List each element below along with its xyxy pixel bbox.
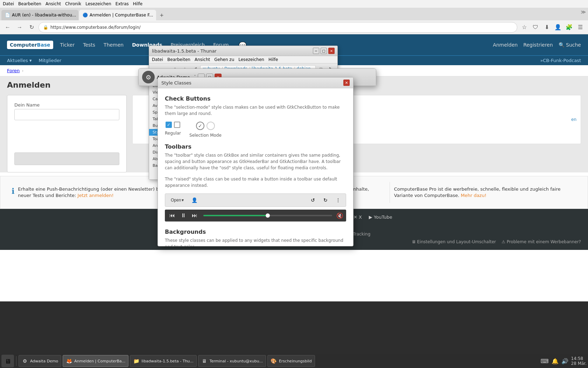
nav-ticker[interactable]: Ticker [60,42,75,48]
download-icon[interactable]: ⬇ [542,22,552,32]
notif-col-3: ComputerBase Pro ist die werbefreie, sch… [390,182,581,203]
menu-lesezeichen[interactable]: Lesezeichen [85,1,111,6]
form-name-label: Dein Name [14,102,119,108]
menu-chronik[interactable]: Chronik [65,1,81,6]
menu-icon[interactable]: ☰ [575,22,585,32]
style-dialog-close-button[interactable]: ✕ [343,80,350,86]
address-bar[interactable]: 🔒 https://www.computerbase.de/forum/logi… [38,22,517,33]
sec-mitglieder[interactable]: Mitglieder [38,58,61,63]
taskbar-firefox[interactable]: 🦊 Anmelden | ComputerBa... [63,355,128,367]
thunar-menu-bearbeiten[interactable]: Bearbeiten [167,57,190,62]
forward-button[interactable]: → [15,22,24,32]
new-tab-button[interactable]: + [157,11,167,20]
logo-base: Base [37,42,50,48]
footer-x[interactable]: ✕ X [354,214,362,220]
notif-text-3: ComputerBase Pro ist die werbefreie, sch… [394,186,576,199]
taskbar-thunar-icon: 📁 [133,358,139,364]
notif-link-1[interactable]: Jetzt anmelden! [78,193,114,198]
cb-nav-right: Anmelden Registrieren 🔍 Suche [493,42,581,48]
taskbar-thunar[interactable]: 📁 libadwaita-1.5.beta - Thu... [130,355,197,367]
shield-icon[interactable]: 🛡 [531,22,540,32]
thunar-titlebar: libadwaita-1.5.beta - Thunar − □ ✕ [149,46,337,56]
toolbars-desc-1: The "toolbar" style class on GtkBox and … [165,152,346,171]
taskbar-terminal[interactable]: 🖥 Terminal - xubuntu@xubu... [198,355,266,367]
tab-aur[interactable]: 📄 AUR (en) - libadwaita-withou... ✕ [1,10,78,20]
toolbar-user-icon-btn[interactable]: 👤 [189,195,199,205]
media-volume-icon[interactable]: 🔇 [336,212,343,219]
breadcrumb-foren[interactable]: Foren [7,68,20,73]
thunar-menu-ansicht[interactable]: Ansicht [195,57,210,62]
check-buttons-title: Check Buttons [165,95,346,102]
form-extra-field[interactable] [14,152,119,165]
form-spacer [14,124,119,152]
thunar-menu-lesezeichen[interactable]: Lesezeichen [238,57,264,62]
backgrounds-title: Backgrounds [165,229,346,235]
back-button[interactable]: ← [3,22,13,32]
bookmark-icon[interactable]: ☆ [519,22,529,32]
menu-extras[interactable]: Extras [115,1,129,6]
sec-podcast[interactable]: »CB-Funk-Podcast [540,58,581,63]
media-pause-button[interactable]: ⏸ [179,211,188,220]
url-text: https://www.computerbase.de/forum/login/ [50,25,513,30]
check-box-empty[interactable] [174,122,180,128]
toolbar-open-button[interactable]: Open ▾ [168,197,187,204]
toolbar-more-button[interactable]: ⋮ [333,195,343,205]
thunar-maximize-button[interactable]: □ [321,48,327,54]
tab-computerbase[interactable]: 🔵 Anmelden | ComputerBase F... ✕ [79,10,156,20]
toolbar-redo-button[interactable]: ↻ [321,195,330,205]
toolbar-demo-1: Open ▾ 👤 ↺ ↻ ⋮ [165,193,346,207]
nav-themen[interactable]: Themen [104,42,124,48]
menu-bearbeiten[interactable]: Bearbeiten [18,1,41,6]
adwaita-gear-icon[interactable]: ⚙ [142,71,155,83]
check-circle-empty[interactable] [206,122,215,130]
thunar-menu-hilfe[interactable]: Hilfe [268,57,278,62]
thunar-menu-gehen[interactable]: Gehen zu [214,57,234,62]
backgrounds-desc: These style classes can be applied to an… [165,237,346,246]
footer-settings-link[interactable]: 🖥 Einstellungen und Layout-Umschalter [412,239,496,244]
thunar-minimize-button[interactable]: − [313,48,319,54]
nav-anmelden[interactable]: Anmelden [493,42,518,48]
taskbar-terminal-title: Terminal - xubuntu@xubu... [210,359,263,363]
thunar-close-button[interactable]: ✕ [328,48,335,54]
check-selection-group: ✓ [196,122,215,130]
login-section: Dein Name [7,95,127,172]
tray-notification-icon[interactable]: 🔔 [552,358,559,364]
menu-datei[interactable]: Datei [3,1,14,6]
footer-youtube[interactable]: ▶ YouTube [369,214,392,220]
thunar-menu-datei[interactable]: Datei [152,57,163,62]
notif-link-3[interactable]: Mehr dazu! [461,193,486,198]
nav-registrieren[interactable]: Registrieren [523,42,553,48]
reload-button[interactable]: ↻ [27,22,36,32]
check-box-checked[interactable]: ✓ [166,122,172,128]
sec-aktuelles[interactable]: Aktuelles ▾ [7,58,31,63]
nav-right-icons: ☆ 🛡 ⬇ 👤 🧩 ☰ [519,22,585,32]
tray-volume-icon[interactable]: 🔊 [561,358,568,364]
tab-scroll-right[interactable]: ≫ [581,9,586,15]
ssl-icon: 🔒 [43,25,48,30]
account-icon[interactable]: 👤 [553,22,563,32]
menu-hilfe[interactable]: Hilfe [133,1,142,6]
media-progress-bar[interactable] [203,215,332,216]
menu-ansicht[interactable]: Ansicht [46,1,61,6]
tab-favicon-cb: 🔵 [83,13,88,18]
nav-suche[interactable]: 🔍 Suche [559,42,581,48]
tray-keyboard-icon[interactable]: ⌨ [540,358,548,364]
taskbar-start-icon[interactable]: 🖥 [1,355,14,367]
nav-tests[interactable]: Tests [83,42,95,48]
notif-info-icon: ℹ [12,187,14,196]
taskbar-adwaita-icon: ⚙ [22,358,28,364]
taskbar-erscheinungsbild[interactable]: 🎨 Erscheinungsbild [267,355,315,367]
taskbar-firefox-icon: 🦊 [66,358,72,364]
thunar-menubar: Datei Bearbeiten Ansicht Gehen zu Leseze… [149,56,337,63]
taskbar-adwaita[interactable]: ⚙ Adwaita Demo [19,355,61,367]
extensions-icon[interactable]: 🧩 [564,22,574,32]
toolbars-desc-2: The "raised" style class can be used to … [165,176,346,189]
media-skip-forward-button[interactable]: ⏭ [190,211,199,220]
check-circle-checked[interactable]: ✓ [196,122,204,130]
login-link[interactable]: en [571,117,576,122]
form-name-input[interactable] [14,109,119,120]
footer-werbebanner-link[interactable]: ⚠ Probleme mit einem Werbebanner? [502,239,581,244]
media-skip-back-button[interactable]: ⏮ [168,211,177,220]
toolbar-undo-button[interactable]: ↺ [308,195,318,205]
taskbar-erscheinungsbild-title: Erscheinungsbild [279,359,312,363]
